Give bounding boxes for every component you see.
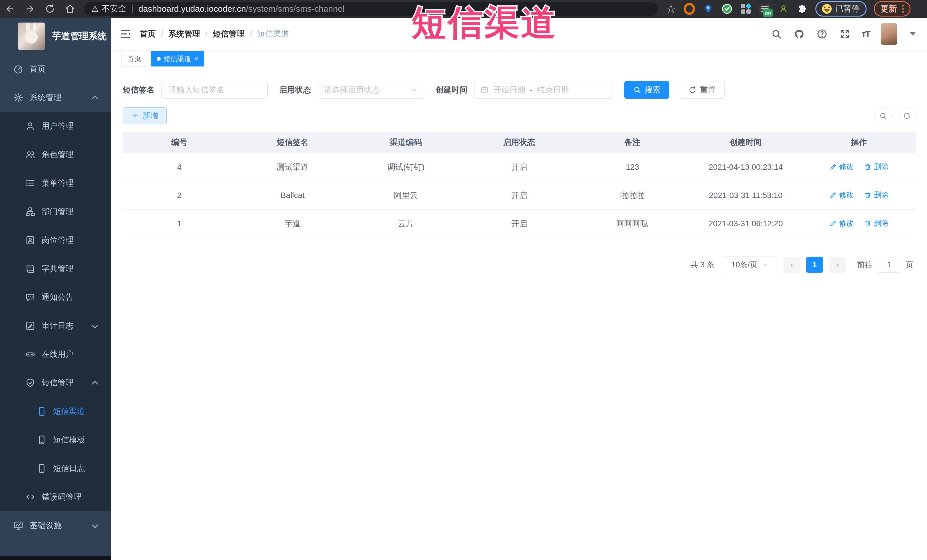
extension-puzzle-icon[interactable] (796, 3, 808, 15)
forward-icon[interactable] (20, 0, 40, 18)
caret-down-icon[interactable] (910, 32, 916, 36)
edit-link[interactable]: 修改 (830, 162, 854, 172)
search-button[interactable]: 搜索 (624, 81, 669, 99)
audit-log-icon (25, 321, 35, 331)
prev-page-button[interactable]: ‹ (784, 257, 800, 273)
calendar-icon (480, 86, 489, 94)
extension-blue-pin-icon[interactable] (702, 3, 714, 15)
chevron-icon (92, 522, 99, 529)
date-range-picker[interactable]: 开始日期 - 结束日期 (474, 81, 613, 99)
table-header-row: 编号 短信签名 渠道编码 启用状态 备注 创建时间 操作 (123, 132, 916, 153)
sidebar-item[interactable]: 岗位管理 (0, 226, 111, 255)
data-table: 编号 短信签名 渠道编码 启用状态 备注 创建时间 操作 4 测试渠道 调 (123, 132, 916, 238)
col-actions: 操作 (802, 132, 916, 153)
goto-label: 前往 (857, 260, 872, 270)
pagination: 共 3 条 10条/页 ‹ 1 › 前往 页 (123, 256, 916, 273)
browser-extensions: ☆ on 已暂停 (666, 1, 910, 17)
next-page-button[interactable]: › (829, 257, 846, 273)
extension-tabs-icon[interactable]: on (759, 3, 770, 15)
sidebar-item[interactable]: 通知公告 (0, 283, 111, 311)
page-number-1[interactable]: 1 (806, 257, 823, 273)
breadcrumb-home[interactable]: 首页 (140, 29, 156, 39)
pencil-icon (830, 163, 837, 171)
extension-grid-icon[interactable] (740, 3, 752, 15)
page-size-select[interactable]: 10条/页 (723, 256, 777, 273)
breadcrumb-current: 短信渠道 (257, 29, 289, 39)
add-button[interactable]: 新增 (123, 107, 167, 124)
pencil-icon (830, 220, 837, 227)
address-bar[interactable]: ⚠不安全 dashboard.yudao.iocoder.cn/system/s… (84, 2, 658, 16)
sidebar-collapse-icon[interactable] (111, 18, 140, 50)
mobile-icon (36, 435, 47, 445)
home-icon[interactable] (60, 0, 80, 18)
date-end-placeholder: 结束日期 (537, 85, 569, 95)
sidebar-item[interactable]: 短信模板 (0, 426, 111, 454)
reset-button[interactable]: 重置 (679, 81, 725, 99)
tab-home[interactable]: 首页 (122, 51, 147, 67)
delete-link[interactable]: 删除 (864, 218, 889, 228)
sidebar-item[interactable]: 在线用户 (0, 340, 111, 369)
filter-form: 短信签名 启用状态 请选择启用状态 创建时间 开始日期 - 结束日期 (123, 81, 916, 99)
sidebar-item[interactable]: 首页 (0, 55, 111, 83)
sidebar-item[interactable]: 审计日志 (0, 311, 111, 340)
sidebar-item[interactable]: 系统管理 (0, 83, 111, 112)
comment-icon (25, 292, 35, 302)
search-icon[interactable] (770, 28, 782, 40)
sidebar-item[interactable]: 用户管理 (0, 112, 111, 140)
extension-green-check-icon[interactable] (721, 3, 733, 15)
gear-icon (13, 93, 23, 103)
url-text: dashboard.yudao.iocoder.cn/system/sms/sm… (138, 4, 344, 14)
tab-bar: 首页 短信渠道 × (111, 50, 927, 67)
status-select[interactable]: 请选择启用状态 (318, 81, 424, 99)
sidebar-item[interactable]: 部门管理 (0, 197, 111, 226)
help-icon[interactable] (816, 28, 828, 40)
edit-link[interactable]: 修改 (830, 218, 854, 228)
main-area: 首页 / 系统管理 / 短信管理 / 短信渠道 (111, 18, 927, 560)
app-logo-row[interactable]: 芋道管理系统 (0, 18, 111, 55)
browser-menu-icon[interactable] (902, 5, 904, 13)
delete-link[interactable]: 删除 (864, 190, 889, 200)
sidebar-item[interactable]: 基础设施 (0, 511, 111, 540)
sidebar-item[interactable]: 错误码管理 (0, 483, 111, 511)
goto-page-input[interactable] (877, 257, 901, 273)
org-tree-icon (25, 206, 35, 217)
chevron-icon (92, 94, 99, 101)
avatar[interactable] (881, 23, 897, 45)
toggle-search-button[interactable] (874, 107, 892, 124)
security-chip[interactable]: ⚠不安全 (91, 3, 126, 15)
page-content: 短信签名 启用状态 请选择启用状态 创建时间 开始日期 - 结束日期 (111, 67, 927, 273)
sidebar-item[interactable]: 短信渠道 (0, 397, 111, 426)
fullscreen-icon[interactable] (839, 28, 851, 40)
breadcrumb-sms[interactable]: 短信管理 (213, 29, 245, 39)
col-code: 渠道编码 (349, 132, 462, 153)
tab-sms-channel[interactable]: 短信渠道 × (150, 51, 204, 67)
sidebar-item[interactable]: 短信管理 (0, 369, 111, 397)
chevron-icon (92, 322, 99, 329)
header-actions: тT (770, 23, 927, 45)
extension-orange-ring-icon[interactable] (684, 3, 695, 15)
github-icon[interactable] (793, 28, 805, 40)
profile-paused-pill[interactable]: 已暂停 (815, 1, 866, 17)
edit-link[interactable]: 修改 (830, 190, 854, 200)
extension-green-user-icon[interactable] (778, 3, 789, 15)
sidebar-item[interactable]: 菜单管理 (0, 169, 111, 197)
back-icon[interactable] (0, 0, 20, 18)
bookmark-star-icon[interactable]: ☆ (666, 2, 676, 15)
sidebar-item[interactable]: 短信日志 (0, 454, 111, 483)
chevron-down-icon (761, 261, 769, 269)
close-icon[interactable]: × (194, 55, 198, 62)
sidebar-menu: 首页 系统管理 用户管理 角色管理 菜单管理 (0, 55, 111, 540)
table-row: 1 芋道 云片 开启 呵呵呵哒 2021-03-31 06:12:20 修改 (123, 210, 916, 238)
delete-link[interactable]: 删除 (864, 162, 889, 172)
mobile-icon (36, 463, 47, 473)
reload-icon[interactable] (40, 0, 60, 18)
update-button[interactable]: 更新 (874, 1, 910, 17)
active-dot-icon (157, 57, 161, 61)
sidebar-item[interactable]: 字典管理 (0, 255, 111, 283)
col-signature: 短信签名 (236, 132, 349, 153)
breadcrumb-system[interactable]: 系统管理 (168, 29, 200, 39)
sidebar-item[interactable]: 角色管理 (0, 140, 111, 169)
signature-input[interactable] (161, 81, 267, 99)
refresh-button[interactable] (898, 107, 916, 124)
font-size-icon[interactable]: тT (862, 29, 870, 39)
